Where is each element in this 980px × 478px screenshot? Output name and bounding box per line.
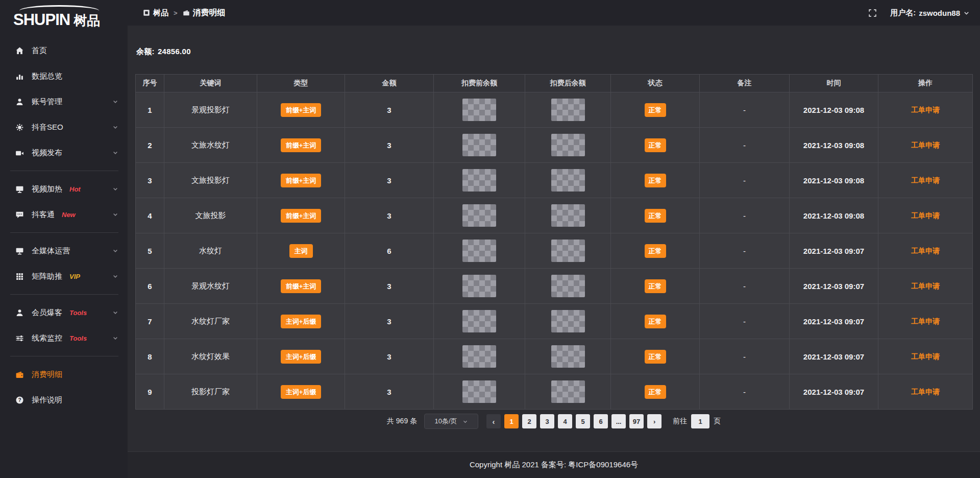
col-action: 操作 [878, 75, 973, 92]
row-index: 1 [136, 92, 164, 128]
keyword-cell: 景观投影灯 [164, 92, 257, 128]
goto-label: 前往 [673, 417, 687, 426]
work-order-link[interactable]: 工单申请 [911, 106, 940, 114]
page-size-select[interactable]: 10条/页 [424, 414, 478, 429]
table-row: 9 投影灯厂家 主词+后缀 3 正常 - 2021-12-03 09:07 工单… [136, 374, 973, 410]
col-balance-before: 扣费前余额 [434, 75, 525, 92]
sidebar-item-doukentong[interactable]: 抖客通 New [0, 202, 128, 227]
page-button-2[interactable]: 2 [522, 414, 536, 428]
sidebar-item-omnimedia-operation[interactable]: 全媒体运营 [0, 238, 128, 264]
work-order-link[interactable]: 工单申请 [911, 352, 940, 361]
pagination: 共 969 条 10条/页 ‹ 1 2 3 4 5 6 ... 97 › 前往 … [135, 414, 972, 429]
action-cell: 工单申请 [878, 92, 973, 128]
amount-cell: 6 [345, 233, 434, 269]
table-row: 4 文旅投影 前缀+主词 3 正常 - 2021-12-03 09:08 工单申… [136, 198, 973, 233]
goto-page: 前往 页 [673, 414, 721, 428]
work-order-link[interactable]: 工单申请 [911, 247, 940, 255]
balance-after-cell [525, 269, 611, 304]
app-square-icon [143, 9, 150, 16]
redacted-value [462, 204, 496, 227]
work-order-link[interactable]: 工单申请 [911, 388, 940, 396]
status-cell: 正常 [611, 374, 700, 410]
chevron-down-icon [112, 150, 118, 156]
status-cell: 正常 [611, 233, 700, 269]
prev-page-button[interactable]: ‹ [486, 414, 501, 428]
redacted-value [551, 169, 585, 192]
page-button-3[interactable]: 3 [540, 414, 554, 428]
work-order-link[interactable]: 工单申请 [911, 282, 940, 290]
remark-cell: - [700, 233, 790, 269]
table-row: 7 水纹灯厂家 主词+后缀 3 正常 - 2021-12-03 09:07 工单… [136, 304, 973, 339]
time-cell: 2021-12-03 09:08 [790, 92, 878, 128]
sidebar: SHUPIN 树品 首页 数据总览 账号管理 抖音SEO [0, 0, 128, 478]
sidebar-item-label: 首页 [32, 46, 47, 56]
type-cell: 前缀+主词 [257, 128, 345, 163]
chevron-down-icon [112, 273, 118, 279]
sidebar-item-instructions[interactable]: ? 操作说明 [0, 387, 128, 413]
col-status: 状态 [611, 75, 700, 92]
page-button-6[interactable]: 6 [594, 414, 608, 428]
sidebar-item-video-heating[interactable]: 视频加热 Hot [0, 176, 128, 202]
keyword-cell: 水纹灯 [164, 233, 257, 269]
balance-after-cell [525, 233, 611, 269]
sidebar-item-label: 数据总览 [32, 71, 62, 81]
next-page-button[interactable]: › [647, 414, 662, 428]
time-cell: 2021-12-03 09:07 [790, 304, 878, 339]
sidebar-item-lead-monitoring[interactable]: 线索监控 Tools [0, 325, 128, 351]
work-order-link[interactable]: 工单申请 [911, 176, 940, 184]
keyword-cell: 水纹灯效果 [164, 339, 257, 374]
fullscreen-icon[interactable] [868, 9, 877, 17]
chevron-down-icon [963, 10, 970, 16]
tools-badge: Tools [69, 334, 87, 342]
balance-after-cell [525, 163, 611, 198]
brand-logo[interactable]: SHUPIN 树品 [0, 0, 128, 37]
sidebar-item-matrix-boost[interactable]: 矩阵助推 VIP [0, 264, 128, 289]
home-icon [15, 46, 24, 55]
sidebar-nav: 首页 数据总览 账号管理 抖音SEO 视频发布 [0, 38, 128, 413]
balance-after-cell [525, 128, 611, 163]
redacted-value [551, 240, 585, 262]
sidebar-item-data-overview[interactable]: 数据总览 [0, 63, 128, 89]
sidebar-item-consumption-detail[interactable]: 消费明细 [0, 362, 128, 387]
status-badge: 正常 [645, 315, 666, 328]
page-button-97[interactable]: 97 [629, 414, 644, 428]
type-cell: 主词 [257, 233, 345, 269]
sidebar-item-member-burst[interactable]: 会员爆客 Tools [0, 300, 128, 325]
type-badge: 主词+后缀 [281, 350, 322, 364]
col-time: 时间 [790, 75, 878, 92]
chevron-down-icon [462, 419, 468, 424]
type-badge: 前缀+主词 [281, 174, 322, 187]
keyword-cell: 投影灯厂家 [164, 374, 257, 410]
amount-cell: 3 [345, 339, 434, 374]
page-size-value: 10条/页 [435, 417, 457, 426]
work-order-link[interactable]: 工单申请 [911, 141, 940, 149]
user-dropdown[interactable]: 用户名: zswodun88 [890, 8, 970, 18]
page-button-4[interactable]: 4 [558, 414, 572, 428]
type-cell: 主词+后缀 [257, 304, 345, 339]
sidebar-item-account-management[interactable]: 账号管理 [0, 89, 128, 114]
breadcrumb-current: 消费明细 [183, 8, 226, 18]
time-cell: 2021-12-03 09:07 [790, 233, 878, 269]
goto-page-input[interactable] [691, 414, 709, 428]
col-amount: 金额 [345, 75, 434, 92]
redacted-value [551, 345, 585, 368]
page-ellipsis-button[interactable]: ... [611, 414, 626, 428]
status-badge: 正常 [645, 385, 666, 399]
sidebar-item-douyin-seo[interactable]: 抖音SEO [0, 114, 128, 140]
logo-text-cn: 树品 [74, 12, 100, 30]
keyword-cell: 文旅水纹灯 [164, 128, 257, 163]
remark-cell: - [700, 163, 790, 198]
work-order-link[interactable]: 工单申请 [911, 317, 940, 325]
page-button-1[interactable]: 1 [504, 414, 519, 428]
sidebar-item-home[interactable]: 首页 [0, 38, 128, 63]
sidebar-item-label: 操作说明 [32, 395, 62, 405]
breadcrumb-root[interactable]: 树品 [143, 8, 168, 18]
sidebar-item-video-publish[interactable]: 视频发布 [0, 140, 128, 165]
page-button-5[interactable]: 5 [576, 414, 590, 428]
work-order-link[interactable]: 工单申请 [911, 211, 940, 220]
amount-cell: 3 [345, 304, 434, 339]
redacted-value [462, 345, 496, 368]
remark-cell: - [700, 269, 790, 304]
consumption-table: 序号 关键词 类型 金额 扣费前余额 扣费后余额 状态 备注 时间 操作 1 景… [135, 74, 973, 410]
redacted-value [462, 310, 496, 332]
